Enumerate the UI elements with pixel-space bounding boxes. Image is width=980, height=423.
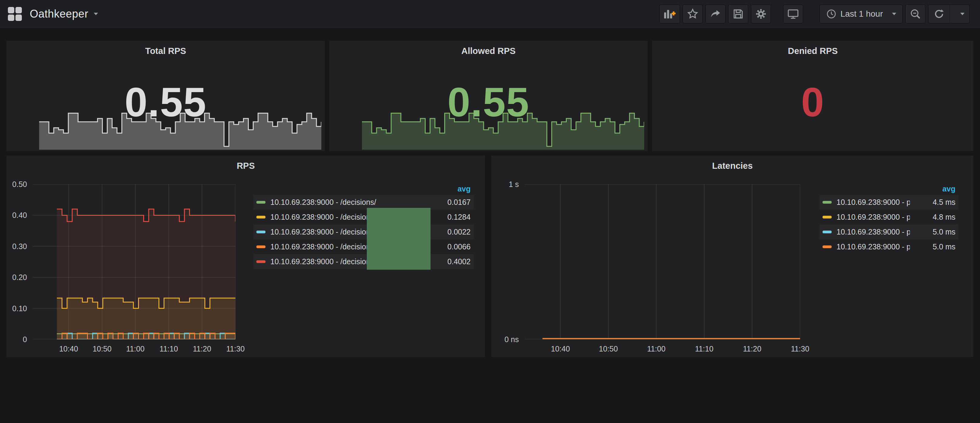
- tv-icon: [787, 8, 799, 20]
- series-name[interactable]: 10.10.69.238:9000 - p99: [837, 228, 910, 236]
- time-range-picker[interactable]: Last 1 hour: [819, 5, 903, 23]
- legend-avg-header[interactable]: avg: [253, 183, 474, 195]
- legend-row[interactable]: 10.10.69.238:9000 - /decisions/ 0.1284: [253, 210, 474, 225]
- panel-rps-graph: RPS 0.500.400.300.200.100 10:4010:5011:0…: [7, 156, 485, 357]
- series-avg: 0.4002: [425, 257, 471, 266]
- panel-denied-rps: Denied RPS 0: [652, 41, 973, 151]
- settings-button[interactable]: [751, 5, 771, 23]
- series-swatch[interactable]: [822, 201, 832, 204]
- panel-title[interactable]: Total RPS: [7, 46, 325, 56]
- zoom-out-button[interactable]: [905, 5, 925, 23]
- star-icon: [687, 8, 699, 20]
- series-avg: 5.0 ms: [910, 242, 955, 251]
- legend: avg 10.10.69.238:9000 - /decisions/ 0.01…: [253, 183, 474, 269]
- series-swatch[interactable]: [256, 260, 266, 263]
- chart-area[interactable]: [525, 184, 800, 339]
- panel-allowed-rps: Allowed RPS 0.55: [329, 41, 648, 151]
- legend-avg-header[interactable]: avg: [819, 183, 958, 195]
- green-overlay: [367, 208, 431, 270]
- navbar: Oathkeeper: [0, 0, 980, 28]
- share-icon: [710, 8, 722, 20]
- navbar-actions: Last 1 hour: [659, 5, 980, 23]
- legend: avg 10.10.69.238:9000 - p90 4.5 ms 10.10…: [819, 183, 958, 254]
- caret-down-icon: [960, 13, 964, 15]
- series-avg: 0.0167: [425, 198, 471, 207]
- x-axis: 10:4010:5011:0011:1011:2011:30: [525, 345, 800, 356]
- legend-row[interactable]: 10.10.69.238:9000 - /decisions/ 0.4002: [253, 254, 474, 269]
- add-panel-icon: [663, 8, 676, 20]
- sparkline-chart: [39, 111, 321, 150]
- add-panel-button[interactable]: [659, 5, 680, 23]
- series-name[interactable]: 10.10.69.238:9000 - p100: [837, 242, 910, 251]
- series-swatch[interactable]: [256, 201, 266, 204]
- legend-row[interactable]: 10.10.69.238:9000 - /decisions/ 0.0022: [253, 225, 474, 239]
- share-button[interactable]: [705, 5, 725, 23]
- zoom-out-icon: [909, 8, 921, 20]
- panel-title[interactable]: RPS: [7, 161, 485, 171]
- stat-value: 0: [652, 82, 973, 123]
- series-swatch[interactable]: [822, 246, 832, 248]
- caret-down-icon: [892, 13, 896, 15]
- panel-total-rps: Total RPS 0.55: [7, 41, 325, 151]
- dashboard-page: Oathkeeper: [0, 0, 980, 423]
- legend-row[interactable]: 10.10.69.238:9000 - p95 4.8 ms: [819, 210, 958, 225]
- refresh-icon: [933, 8, 945, 20]
- y-axis: 0.500.400.300.200.100: [7, 184, 29, 339]
- series-swatch[interactable]: [822, 216, 832, 219]
- series-name[interactable]: 10.10.69.238:9000 - /decisions/: [270, 198, 425, 207]
- series-swatch[interactable]: [256, 246, 266, 248]
- save-button[interactable]: [728, 5, 748, 23]
- legend-row[interactable]: 10.10.69.238:9000 - p99 5.0 ms: [819, 225, 958, 239]
- x-axis: 10:4010:5011:0011:1011:2011:30: [33, 345, 235, 356]
- legend-row[interactable]: 10.10.69.238:9000 - /decisions/ 0.0066: [253, 239, 474, 254]
- refresh-button[interactable]: [928, 5, 950, 23]
- save-icon: [732, 8, 744, 20]
- panel-title[interactable]: Denied RPS: [652, 46, 973, 56]
- series-swatch[interactable]: [822, 231, 832, 233]
- series-avg: 0.1284: [425, 213, 471, 222]
- time-range-label: Last 1 hour: [840, 9, 883, 19]
- tv-cycle-button[interactable]: [783, 5, 803, 23]
- dashboard-title-dropdown[interactable]: Oathkeeper: [0, 7, 98, 21]
- series-name[interactable]: 10.10.69.238:9000 - p90: [837, 198, 910, 207]
- series-swatch[interactable]: [256, 231, 266, 233]
- refresh-button-group: [928, 5, 970, 23]
- series-avg: 4.5 ms: [910, 198, 955, 207]
- clock-icon: [826, 8, 837, 19]
- caret-down-icon: [94, 13, 98, 15]
- apps-grid-icon[interactable]: [8, 7, 22, 21]
- panel-title[interactable]: Allowed RPS: [330, 46, 647, 56]
- legend-row[interactable]: 10.10.69.238:9000 - p100 5.0 ms: [819, 239, 958, 254]
- legend-row[interactable]: 10.10.69.238:9000 - /decisions/ 0.0167: [253, 195, 474, 210]
- series-swatch[interactable]: [256, 216, 266, 219]
- dashboard-title[interactable]: Oathkeeper: [30, 8, 88, 20]
- sparkline-chart: [362, 111, 644, 150]
- panel-title[interactable]: Latencies: [492, 161, 973, 171]
- legend-row[interactable]: 10.10.69.238:9000 - p90 4.5 ms: [819, 195, 958, 210]
- star-button[interactable]: [682, 5, 703, 23]
- series-avg: 4.8 ms: [910, 213, 955, 222]
- series-avg: 0.0022: [425, 228, 471, 236]
- chart-area[interactable]: [33, 184, 235, 339]
- series-name[interactable]: 10.10.69.238:9000 - p95: [837, 213, 910, 222]
- series-avg: 5.0 ms: [910, 228, 955, 236]
- gear-icon: [755, 8, 767, 20]
- panel-latencies-graph: Latencies 1 s0 ns 10:4010:5011:0011:1011…: [492, 156, 973, 357]
- refresh-interval-dropdown[interactable]: [950, 5, 969, 23]
- series-avg: 0.0066: [425, 242, 471, 251]
- y-axis: 1 s0 ns: [492, 184, 521, 339]
